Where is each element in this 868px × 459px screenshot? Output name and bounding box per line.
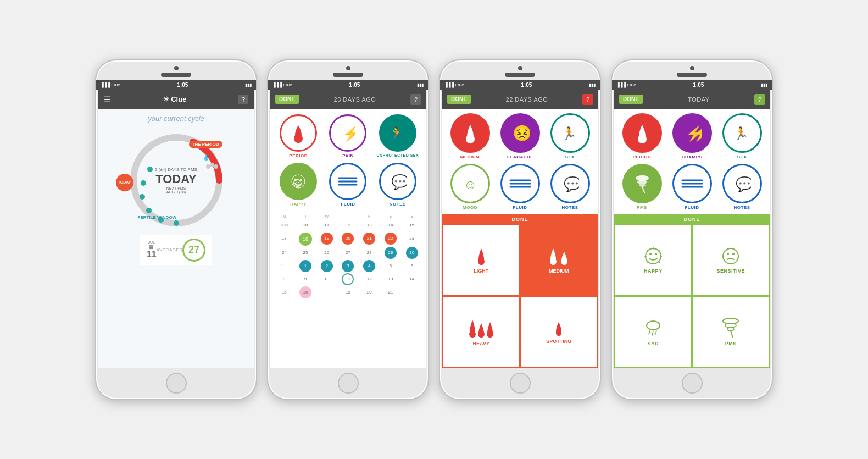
cycle-ring: 💧 THE PERIOD TODAY FERTILE WINDOW 2 (±4)… xyxy=(121,125,231,235)
help-icon-1[interactable]: ? xyxy=(238,95,248,104)
mood-icon[interactable]: ☺ MOOD xyxy=(447,164,493,210)
sensitive-mood-label: SENSITIVE xyxy=(716,268,745,274)
cal-month: JUL xyxy=(147,240,157,244)
today-circle[interactable]: TODAY xyxy=(116,174,133,191)
done-bar-4[interactable]: DONE xyxy=(614,214,770,224)
mood-icons-top: PERIOD ⚡⚡ CRAMPS 🏃 SEX xyxy=(614,109,770,162)
sex-icon-4[interactable]: 🏃 SEX xyxy=(719,113,765,159)
sensitive-mood[interactable]: SENSITIVE xyxy=(692,224,770,296)
signal-4: ▐▐▐ Clue xyxy=(616,82,636,87)
done-button-3[interactable]: DONE xyxy=(447,95,471,104)
pain-icon[interactable]: ⚡ PAIN xyxy=(325,114,370,158)
period-icon[interactable]: PERIOD xyxy=(276,114,321,158)
home-button-4[interactable] xyxy=(682,373,703,394)
home-button-1[interactable] xyxy=(166,373,187,394)
svg-text:💬: 💬 xyxy=(391,173,407,190)
svg-point-42 xyxy=(637,180,647,184)
home-button-2[interactable] xyxy=(338,373,359,394)
period-icon-4[interactable]: PERIOD xyxy=(619,113,665,159)
next-pms: NEXT PMSAUG 9 (±8) xyxy=(155,186,197,193)
battery-2: ▮▮▮ xyxy=(417,82,424,87)
cycle-center: 2 (±4) DAYS TO PMS TODAY NEXT PMSAUG 9 (… xyxy=(155,167,197,193)
pms-mood[interactable]: PMS xyxy=(692,296,770,368)
pms-mood-label: PMS xyxy=(725,341,737,346)
days-to-pms: 2 (±4) DAYS TO PMS xyxy=(155,167,197,172)
fluid-icon[interactable]: FLUID xyxy=(325,163,370,207)
status-bar-1: ▐▐▐ Clue 1:05 ▮▮▮ xyxy=(96,80,256,90)
cal-week-0: JUN 10 11 12 13 14 15 xyxy=(274,219,422,231)
phone-1-top xyxy=(96,60,256,80)
sad-mood[interactable]: SAD xyxy=(614,296,692,368)
period-icons-bottom: ☺ MOOD FLUID 💬 xyxy=(442,162,598,214)
svg-text:⚡: ⚡ xyxy=(692,125,702,142)
status-bar-2: ▐▐▐ Clue 1:05 ▮▮▮ xyxy=(268,80,428,90)
period-label-4: PERIOD xyxy=(633,154,652,159)
svg-text:💧: 💧 xyxy=(203,154,210,161)
battery-1: ▮▮▮ xyxy=(245,82,252,87)
heavy-label: HEAVY xyxy=(473,341,489,346)
done-button-2[interactable]: DONE xyxy=(275,95,299,104)
light-option[interactable]: LIGHT xyxy=(442,224,520,296)
help-btn-4[interactable]: ? xyxy=(754,94,765,105)
help-btn-2[interactable]: ? xyxy=(410,94,421,105)
done-button-4[interactable]: DONE xyxy=(619,95,643,104)
screen-3: DONE 22 DAYS AGO ? MEDIUM 😣 HEADACHE xyxy=(442,90,598,368)
speaker-3 xyxy=(505,73,535,77)
happy-mood-label: HAPPY xyxy=(644,268,663,274)
phone-4: ▐▐▐ Clue 1:05 ▮▮▮ DONE TODAY ? PERIOD xyxy=(611,59,773,400)
medium-label: MEDIUM xyxy=(460,154,480,159)
screen4-header: DONE TODAY ? xyxy=(614,90,770,109)
screen1-footer: JUL ▦ 11 AVERAGES 27 xyxy=(140,235,212,265)
sex-icon[interactable]: 🏃 UNPROTECTED SEX xyxy=(375,114,420,158)
svg-point-49 xyxy=(649,253,652,255)
svg-point-5 xyxy=(141,180,146,186)
status-bar-3: ▐▐▐ Clue 1:05 ▮▮▮ xyxy=(440,80,600,90)
cal-date: 11 xyxy=(147,250,157,259)
fluid-icon-3[interactable]: FLUID xyxy=(497,164,543,210)
phone-4-top xyxy=(612,60,772,80)
cal-week-2: 24 25 26 27 28 29 30 xyxy=(274,247,422,259)
screen-title-2: 23 DAYS AGO xyxy=(334,96,376,103)
today-main-label: TODAY xyxy=(155,172,197,186)
svg-text:💬: 💬 xyxy=(736,175,751,192)
svg-text:☺: ☺ xyxy=(464,177,477,192)
svg-text:🏃: 🏃 xyxy=(561,126,577,141)
spotting-option[interactable]: SPOTTING xyxy=(520,296,598,368)
svg-text:🏃: 🏃 xyxy=(733,126,749,141)
fluid-label-3: FLUID xyxy=(513,205,527,210)
svg-point-10 xyxy=(214,164,218,169)
headache-icon[interactable]: 😣 HEADACHE xyxy=(497,113,543,159)
period-icons-top: MEDIUM 😣 HEADACHE 🏃 SEX xyxy=(442,109,598,162)
pms-icon-top[interactable]: PMS xyxy=(619,164,665,210)
notes-label: NOTES xyxy=(390,202,406,207)
svg-line-62 xyxy=(649,331,650,334)
notes-icon-3[interactable]: 💬 NOTES xyxy=(547,164,593,210)
done-bar-3[interactable]: DONE xyxy=(442,214,598,224)
cramps-icon[interactable]: ⚡⚡ CRAMPS xyxy=(669,113,715,159)
cal-week-5: 15 16 19 20 21 xyxy=(274,286,422,298)
signal-1: ▐▐▐ Clue xyxy=(101,82,120,87)
heavy-option[interactable]: HEAVY xyxy=(442,296,520,368)
help-btn-3[interactable]: ? xyxy=(582,94,593,105)
fluid-icon-4[interactable]: FLUID xyxy=(669,164,715,210)
svg-text:☺: ☺ xyxy=(291,175,304,190)
sex-icon-3[interactable]: 🏃 SEX xyxy=(547,113,593,159)
screen-2: DONE 23 DAYS AGO ? PERIOD ⚡ PAIN xyxy=(270,90,426,368)
medium-option[interactable]: MEDIUM xyxy=(520,224,598,296)
svg-point-60 xyxy=(732,253,735,255)
sex-label-3: SEX xyxy=(565,154,575,159)
notes-icon[interactable]: 💬 NOTES xyxy=(375,163,420,207)
headache-label: HEADACHE xyxy=(507,154,533,159)
spotting-label: SPOTTING xyxy=(546,339,571,344)
menu-icon[interactable]: ☰ xyxy=(104,95,111,104)
happy-icon[interactable]: ☺ HAPPY xyxy=(276,163,321,207)
notes-icon-4[interactable]: 💬 NOTES xyxy=(719,164,765,210)
battery-3: ▮▮▮ xyxy=(589,82,596,87)
pain-label: PAIN xyxy=(342,153,354,158)
medium-icon[interactable]: MEDIUM xyxy=(447,113,493,159)
calendar-icon[interactable]: JUL ▦ 11 xyxy=(147,240,157,259)
cal-week-4: 8 9 10 11 12 13 14 xyxy=(274,273,422,285)
calendar-mini: MT WT FS S JUN 10 11 12 13 14 15 17 xyxy=(270,212,426,368)
home-button-3[interactable] xyxy=(510,373,531,394)
happy-mood[interactable]: HAPPY xyxy=(614,224,692,296)
